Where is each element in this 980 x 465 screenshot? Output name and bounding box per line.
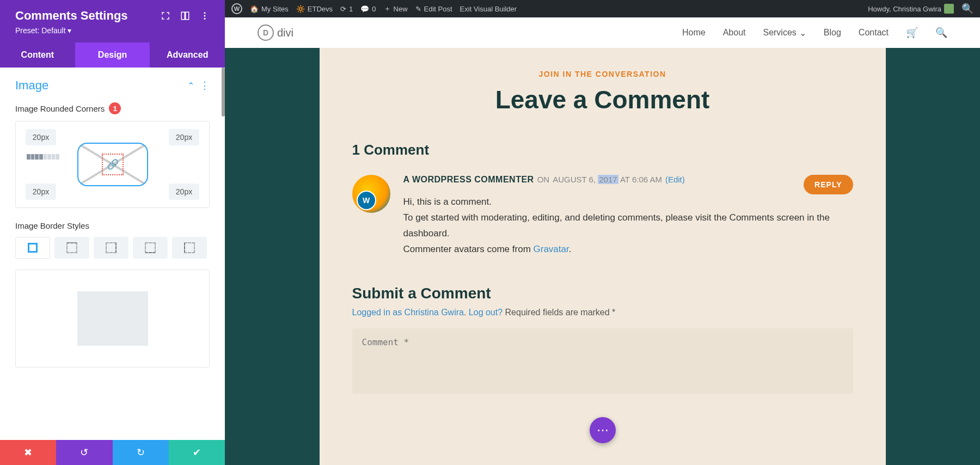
step-badge: 1: [109, 102, 121, 114]
border-style-bottom[interactable]: [133, 237, 168, 259]
border-preview: [15, 270, 210, 368]
join-conversation-label: JOIN IN THE CONVERSATION: [352, 70, 853, 78]
tab-design[interactable]: Design: [75, 42, 150, 68]
site-nav: Ddivi Home About Services ⌄ Blog Contact…: [225, 17, 980, 48]
svg-point-0: [204, 12, 206, 14]
comments-link[interactable]: 💬 0: [360, 5, 376, 13]
logout-link[interactable]: Log out?: [469, 308, 503, 317]
chevron-down-icon: ⌄: [799, 28, 806, 38]
comment-line-1: Hi, this is a comment.: [403, 194, 853, 210]
scrollbar[interactable]: [222, 68, 225, 117]
link-corners-toggle[interactable]: 🔗: [102, 154, 124, 175]
nav-contact[interactable]: Contact: [859, 28, 889, 38]
commenter-name[interactable]: A WORDPRESS COMMENTER: [403, 175, 534, 185]
border-style-top[interactable]: [54, 237, 89, 259]
kebab-icon[interactable]: [200, 11, 210, 21]
builder-fab-button[interactable]: ⋯: [590, 417, 616, 443]
section-image-title[interactable]: Image: [15, 78, 48, 93]
undo-button[interactable]: ↺: [56, 440, 112, 465]
field-border-styles-label: Image Border Styles: [15, 221, 89, 230]
comment-line-2: To get started with moderating, editing,…: [403, 210, 853, 242]
border-style-all[interactable]: [15, 237, 50, 259]
nav-services[interactable]: Services ⌄: [763, 28, 806, 38]
redo-button[interactable]: ↻: [113, 440, 169, 465]
border-style-left[interactable]: [172, 237, 207, 259]
rounded-corners-control: 20px 20px 20px 20px 🔗: [15, 121, 210, 208]
preset-dropdown[interactable]: Preset: Default ▾: [15, 26, 210, 35]
my-sites-link[interactable]: 🏠 My Sites: [250, 5, 289, 13]
edit-post-link[interactable]: ✎ Edit Post: [415, 5, 452, 13]
commenter-avatar: W: [352, 175, 390, 213]
meta-date-pre: AUGUST 6,: [553, 175, 598, 184]
comment-textarea[interactable]: [352, 328, 853, 394]
search-icon[interactable]: 🔍: [935, 27, 947, 39]
tab-advanced[interactable]: Advanced: [150, 42, 225, 68]
svg-point-2: [204, 18, 206, 20]
page-title: Leave a Comment: [352, 85, 853, 114]
comment-item: W A WORDPRESS COMMENTER ON AUGUST 6, 201…: [352, 175, 853, 258]
reply-button[interactable]: REPLY: [804, 175, 853, 194]
required-text: Required fields are marked *: [503, 308, 615, 317]
field-rounded-corners-label: Image Rounded Corners: [15, 104, 105, 113]
howdy-user[interactable]: Howdy, Christina Gwira: [868, 4, 954, 14]
submit-comment-title: Submit a Comment: [352, 285, 853, 302]
columns-icon[interactable]: [180, 11, 190, 21]
discard-button[interactable]: ✖: [0, 440, 56, 465]
settings-sidebar: Comments Settings Preset: Default ▾ Cont…: [0, 0, 225, 465]
sidebar-title: Comments Settings: [15, 9, 128, 23]
nav-about[interactable]: About: [723, 28, 746, 38]
corner-preview: 🔗: [77, 143, 148, 186]
corner-top-left-input[interactable]: 20px: [26, 129, 56, 145]
expand-icon[interactable]: [161, 11, 170, 21]
exit-builder-link[interactable]: Exit Visual Builder: [460, 5, 517, 13]
gravatar-link[interactable]: Gravatar: [534, 244, 569, 254]
save-button[interactable]: ✔: [169, 440, 225, 465]
nav-home[interactable]: Home: [682, 28, 706, 38]
meta-year-highlight: 2017: [598, 175, 618, 184]
meta-on: ON: [537, 175, 550, 184]
border-style-right[interactable]: [94, 237, 128, 259]
nav-blog[interactable]: Blog: [824, 28, 841, 38]
corner-bottom-right-input[interactable]: 20px: [169, 183, 199, 200]
new-link[interactable]: ＋ New: [384, 4, 408, 14]
link-icon: 🔗: [107, 158, 119, 170]
site-link[interactable]: 🔆 ETDevs: [296, 5, 333, 13]
wp-admin-bar: W 🏠 My Sites 🔆 ETDevs ⟳ 1 💬 0 ＋ New ✎ Ed…: [225, 0, 980, 17]
comment-line-3a: Commenter avatars come from: [403, 244, 534, 254]
meta-date-post: AT 6:06 AM: [618, 175, 662, 184]
corner-top-right-input[interactable]: 20px: [169, 129, 199, 145]
svg-point-1: [204, 15, 206, 17]
logged-in-link[interactable]: Logged in as Christina Gwira: [352, 308, 464, 317]
corner-bottom-left-input[interactable]: 20px: [26, 183, 56, 200]
updates-link[interactable]: ⟳ 1: [340, 5, 353, 13]
edit-comment-link[interactable]: (Edit): [665, 175, 685, 184]
unit-slider[interactable]: [27, 154, 59, 160]
wp-logo-icon[interactable]: W: [231, 3, 242, 14]
section-kebab-icon[interactable]: ⋮: [200, 79, 210, 91]
collapse-icon[interactable]: ⌃: [187, 81, 194, 91]
site-logo[interactable]: Ddivi: [258, 25, 293, 41]
admin-search-icon[interactable]: 🔍: [961, 3, 973, 15]
comment-count: 1 Comment: [352, 142, 853, 158]
cart-icon[interactable]: 🛒: [906, 27, 918, 39]
tab-content[interactable]: Content: [0, 42, 75, 68]
avatar-icon: [944, 4, 954, 14]
